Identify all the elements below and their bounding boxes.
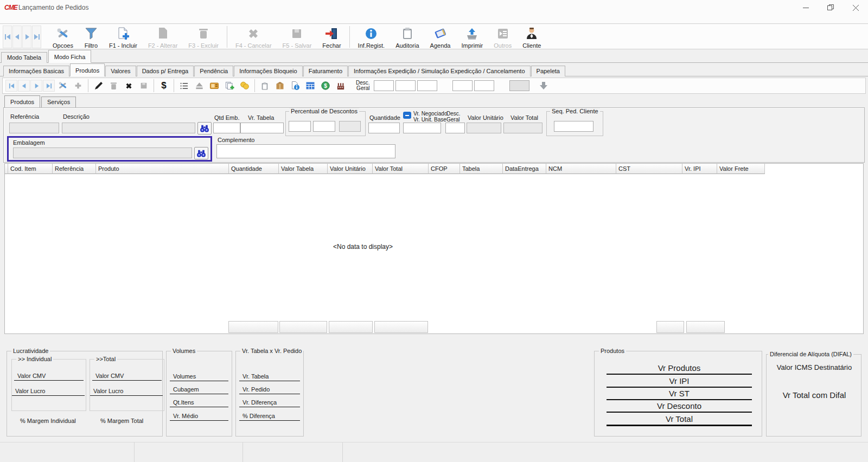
tab-servicos-sub[interactable]: Serviços (41, 97, 76, 108)
desc-geral-field-2[interactable] (395, 80, 416, 91)
restore-button[interactable] (818, 0, 843, 15)
desc-geral-field-5[interactable] (474, 80, 494, 91)
search-product-button[interactable] (197, 122, 212, 134)
table-grid-icon[interactable] (303, 79, 318, 92)
desconto1-field[interactable] (289, 121, 311, 132)
column-header[interactable]: Produto (96, 164, 229, 174)
close-x-icon[interactable] (121, 79, 136, 92)
save-small-icon[interactable] (136, 79, 151, 92)
register-info-button[interactable]: Inf.Regist. (353, 25, 391, 49)
desconto2-field[interactable] (313, 121, 335, 132)
prior-record-button[interactable] (12, 25, 22, 48)
price-dollar-icon[interactable]: $ (156, 80, 171, 91)
audit-button[interactable]: Auditoria (390, 25, 424, 49)
document-info-icon[interactable] (288, 79, 303, 92)
save-button[interactable]: F5 - Salvar (277, 25, 317, 49)
desc-geral-field-4[interactable] (452, 80, 473, 91)
add-icon[interactable] (71, 79, 86, 92)
prior-item-button[interactable] (18, 80, 30, 92)
column-header[interactable]: Vr. IPI (682, 164, 717, 174)
pencil-icon[interactable] (91, 79, 106, 92)
tab-produtos-sub[interactable]: Produtos (4, 95, 40, 108)
minus-toggle-button[interactable] (403, 112, 411, 119)
individual-subpanel: >> Individual Valor CMV Valor Lucro (11, 359, 86, 411)
qtd-emb-field[interactable] (213, 123, 240, 133)
last-item-button[interactable] (43, 80, 55, 92)
close-button[interactable] (843, 0, 868, 15)
column-header[interactable]: Valor Tabela (279, 164, 328, 174)
column-header[interactable]: DataEntrega (503, 164, 546, 174)
column-header[interactable]: Quantidade (229, 164, 279, 174)
copy-add-icon[interactable] (222, 79, 237, 92)
desc-geral-field[interactable] (445, 123, 465, 133)
next-item-button[interactable] (30, 80, 42, 92)
package-box-icon[interactable] (272, 79, 288, 92)
vr-tabela-field[interactable] (240, 123, 284, 133)
column-header[interactable]: Valor Frete (717, 164, 765, 174)
complemento-field[interactable] (216, 144, 395, 158)
seq-ped-cliente-field[interactable] (554, 121, 593, 132)
valor-unitario-label: Valor Unitário (468, 114, 503, 121)
delete-button[interactable]: F3 - Excluir (183, 25, 224, 49)
numbered-list-icon[interactable] (176, 79, 192, 92)
desc-geral-field-1[interactable] (374, 80, 394, 91)
tab-informacoes-basicas[interactable]: Informações Basicas (3, 66, 69, 76)
filter-button[interactable]: Filtro (79, 25, 104, 49)
cancel-button[interactable]: F4 - Cancelar (230, 25, 277, 49)
tab-produtos[interactable]: Produtos (70, 63, 105, 76)
edit-button[interactable]: F2 - Alterar (143, 25, 183, 49)
toolbar-separator (349, 26, 350, 48)
client-button[interactable]: Cliente (517, 25, 546, 49)
vr-total-com-difal-label: Vr Total com Difal (767, 390, 862, 400)
column-header[interactable]: Valor Unitário (328, 164, 373, 174)
tab-dados-entrega[interactable]: Dados p/ Entrega (137, 66, 194, 76)
page-tab-bar: Informações Basicas Produtos Valores Dad… (0, 65, 868, 76)
tab-modo-tabela[interactable]: Modo Tabela (1, 52, 47, 63)
tab-pendencia[interactable]: Pendência (194, 66, 233, 76)
edit-document-icon (156, 27, 170, 41)
quantidade-field[interactable] (368, 123, 400, 133)
column-header[interactable]: Tabela (460, 164, 503, 174)
button-label: Agenda (430, 42, 451, 49)
column-header[interactable]: Cod. Item (8, 164, 53, 174)
tab-informacoes-bloqueio[interactable]: Informações Bloqueio (234, 66, 302, 76)
trash-icon[interactable] (106, 79, 121, 92)
tools-icon[interactable] (55, 79, 71, 92)
column-header[interactable]: NCM (546, 164, 616, 174)
tab-valores[interactable]: Valores (105, 66, 136, 76)
column-header[interactable]: CFOP (429, 164, 460, 174)
first-record-button[interactable] (3, 25, 12, 48)
button-label: Opcoes (53, 42, 73, 49)
search-embalagem-button[interactable] (194, 147, 208, 159)
badge-card-icon[interactable] (207, 79, 222, 92)
next-record-button[interactable] (22, 25, 31, 48)
green-coin-icon[interactable]: $ (318, 79, 333, 92)
descricao-label: Descrição (63, 113, 90, 120)
eject-up-icon[interactable] (192, 79, 207, 92)
agenda-button[interactable]: Agenda (425, 25, 456, 49)
last-record-button[interactable] (32, 25, 41, 48)
column-header[interactable]: Valor Total (373, 164, 429, 174)
agenda-book-icon (433, 27, 448, 41)
column-header[interactable]: Referência (53, 164, 96, 174)
exit-button[interactable]: Fechar (317, 25, 346, 49)
tab-faturamento[interactable]: Faturamento (303, 66, 348, 76)
tab-expedicao[interactable]: Informações Expedição / Simulação Expedi… (348, 66, 531, 76)
options-button[interactable]: Opcoes (47, 25, 79, 49)
info-icon (364, 27, 378, 41)
desc-geral-field-3[interactable] (417, 80, 437, 91)
tab-modo-ficha[interactable]: Modo Ficha (48, 50, 91, 63)
insert-button[interactable]: F1 - Incluir (104, 25, 143, 49)
coins-icon[interactable] (237, 79, 252, 92)
footer-sum-valor-total (374, 321, 428, 333)
apply-discount-button[interactable] (537, 79, 550, 92)
factory-icon[interactable] (333, 79, 348, 92)
print-button[interactable]: Imprimir (456, 25, 489, 49)
column-header[interactable]: CST (616, 164, 682, 174)
first-item-button[interactable] (5, 80, 17, 92)
others-button[interactable]: Outros (488, 25, 517, 49)
minimize-button[interactable] (793, 0, 818, 15)
tab-papeleta[interactable]: Papeleta (531, 66, 565, 76)
clipboard-icon[interactable] (257, 79, 272, 92)
vr-negociado-field[interactable] (403, 123, 441, 133)
